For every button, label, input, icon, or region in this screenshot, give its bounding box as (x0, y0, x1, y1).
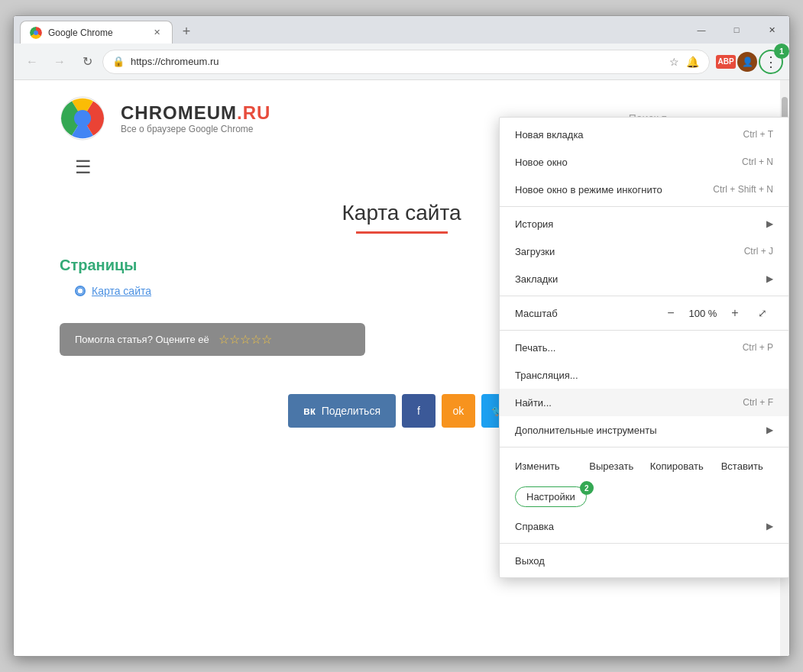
settings-item[interactable]: Настройки 2 (515, 486, 587, 507)
menu-item-print[interactable]: Печать... Ctrl + P (500, 334, 788, 361)
back-button[interactable]: ← (20, 50, 44, 74)
paste-button[interactable]: Вставить (711, 454, 774, 478)
zoom-minus-button[interactable]: − (660, 302, 682, 324)
url-icons: ☆ 🔔 (666, 54, 700, 69)
zoom-plus-button[interactable]: + (724, 302, 746, 324)
chrome-dropdown-menu: Новая вкладка Ctrl + T Новое окно Ctrl +… (499, 117, 789, 578)
annotation-1: 1 (774, 44, 789, 59)
tab-close-button[interactable]: ✕ (151, 27, 163, 39)
brand-name: CHROMEUM.RU (121, 102, 270, 124)
vk-icon: вк (303, 405, 316, 417)
rate-text: Помогла статья? Оцените её (75, 334, 209, 345)
reload-button[interactable]: ↻ (75, 50, 99, 74)
copy-button[interactable]: Копировать (646, 454, 708, 478)
bell-icon[interactable]: 🔔 (685, 54, 700, 69)
chrome-menu-button[interactable]: ⋮ 1 (759, 50, 783, 74)
menu-item-exit[interactable]: Выход (500, 547, 788, 574)
separator-1 (500, 206, 788, 207)
separator-3 (500, 330, 788, 331)
browser-window: Google Chrome ✕ + — □ ✕ ← → ↻ 🔒 https://… (13, 15, 790, 657)
separator-5 (500, 543, 788, 544)
svg-point-1 (74, 110, 91, 127)
sitemap-link-text[interactable]: Карта сайта (92, 285, 151, 297)
tab-favicon (30, 27, 42, 39)
user-avatar[interactable]: 👤 (737, 52, 757, 72)
menu-item-downloads[interactable]: Загрузки Ctrl + J (500, 237, 788, 265)
menu-item-new-window[interactable]: Новое окно Ctrl + N (500, 148, 788, 176)
lock-icon: 🔒 (112, 56, 125, 67)
red-underline (356, 231, 448, 234)
cut-button[interactable]: Вырезать (581, 454, 643, 478)
active-tab[interactable]: Google Chrome ✕ (20, 21, 173, 44)
hamburger-icon[interactable]: ☰ (75, 157, 92, 178)
settings-label: Настройки (526, 491, 575, 502)
edit-label: Изменить (515, 460, 578, 472)
link-icon (75, 286, 86, 296)
brand-tagline: Все о браузере Google Chrome (121, 124, 270, 134)
menu-item-tools[interactable]: Дополнительные инструменты ▶ (500, 416, 788, 444)
new-tab-button[interactable]: + (176, 21, 197, 42)
toolbar-icons: ABP 👤 ⋮ 1 (716, 50, 783, 74)
edit-row: Изменить Вырезать Копировать Вставить (500, 451, 788, 481)
vk-button[interactable]: вк Поделиться (288, 394, 396, 428)
zoom-value: 100 % (688, 308, 718, 319)
close-button[interactable]: ✕ (754, 16, 789, 44)
url-text: https://chromeum.ru (131, 56, 660, 67)
menu-item-cast[interactable]: Трансляция... (500, 361, 788, 389)
title-bar: Google Chrome ✕ + — □ ✕ (14, 16, 789, 44)
stars[interactable]: ☆☆☆☆☆ (219, 332, 272, 347)
svg-point-2 (77, 288, 83, 294)
menu-item-new-tab[interactable]: Новая вкладка Ctrl + T (500, 121, 788, 148)
zoom-control: Масштаб − 100 % + ⤢ (500, 299, 788, 327)
rate-bar: Помогла статья? Оцените её ☆☆☆☆☆ (60, 323, 365, 356)
tab-strip: Google Chrome ✕ + (20, 16, 197, 44)
page-content: CHROMEUM.RU Все о браузере Google Chrome… (14, 80, 789, 656)
maximize-button[interactable]: □ (719, 16, 754, 44)
menu-item-find[interactable]: Найти... Ctrl + F (500, 389, 788, 416)
facebook-button[interactable]: f (402, 394, 435, 428)
chrome-logo-icon (30, 27, 42, 39)
url-bar[interactable]: 🔒 https://chromeum.ru ☆ 🔔 (102, 50, 710, 74)
menu-item-help[interactable]: Справка ▶ (500, 512, 788, 540)
window-controls: — □ ✕ (684, 16, 789, 44)
separator-4 (500, 447, 788, 447)
site-logo (60, 95, 105, 141)
adblock-plus-icon[interactable]: ABP (716, 55, 736, 69)
menu-item-history[interactable]: История ▶ (500, 210, 788, 237)
menu-item-settings[interactable]: Настройки 2 (500, 481, 788, 512)
menu-item-incognito[interactable]: Новое окно в режиме инкогнито Ctrl + Shi… (500, 176, 788, 203)
separator-2 (500, 296, 788, 296)
zoom-fullscreen-button[interactable]: ⤢ (752, 302, 773, 324)
odnoklassniki-button[interactable]: ok (442, 394, 475, 428)
site-brand: CHROMEUM.RU Все о браузере Google Chrome (121, 102, 270, 134)
annotation-2: 2 (580, 481, 594, 495)
star-icon[interactable]: ☆ (666, 54, 682, 69)
minimize-button[interactable]: — (684, 16, 719, 44)
menu-item-bookmarks[interactable]: Закладки ▶ (500, 265, 788, 292)
address-bar: ← → ↻ 🔒 https://chromeum.ru ☆ 🔔 ABP 👤 ⋮ … (14, 44, 789, 80)
page-inner: CHROMEUM.RU Все о браузере Google Chrome… (14, 80, 789, 656)
forward-button[interactable]: → (47, 50, 72, 74)
tab-title: Google Chrome (48, 27, 144, 38)
